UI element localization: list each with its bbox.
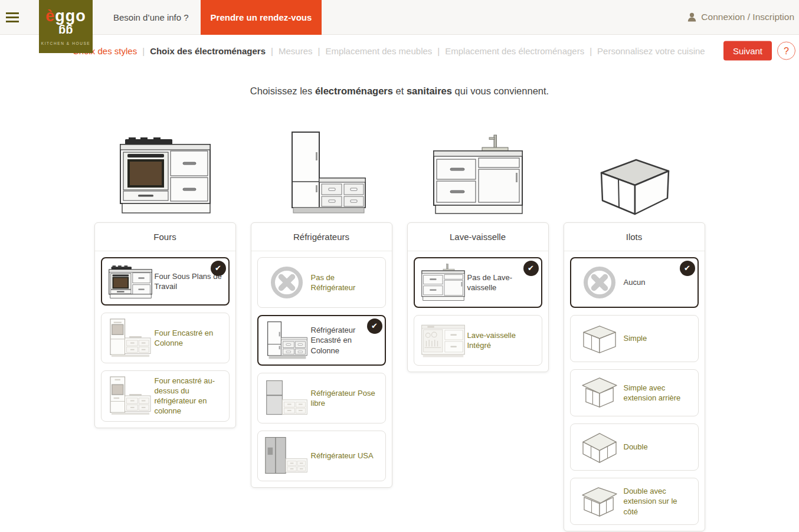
logo-tagline: KITCHEN & HOUSE [41, 41, 91, 45]
ilots-title: Ilots [564, 223, 705, 251]
option-ilot-double[interactable]: Double [570, 423, 699, 471]
oven-column-thumbnail [106, 318, 155, 358]
option-pas-de-refrigerateur[interactable]: Pas de Réfrigérateur [257, 257, 386, 308]
breadcrumb-step-customize[interactable]: Personnalisez votre cuisine [597, 46, 705, 56]
option-label: Pas de Lave-vaisselle [467, 272, 538, 293]
person-icon [687, 12, 696, 22]
selected-check-icon: ✔ [211, 261, 226, 276]
fridge-illustration [251, 129, 392, 222]
breadcrumb-step-furniture-placement[interactable]: Emplacement des meubles [325, 46, 432, 56]
option-lave-vaisselle-integre[interactable]: Lave-vaisselle Intégré [414, 315, 542, 366]
option-pas-de-lave-vaisselle[interactable]: Pas de Lave-vaisselle ✔ [414, 257, 542, 308]
intro-part: Choisissez les [250, 86, 315, 96]
logo-brand-text: èggo [45, 8, 86, 24]
next-button[interactable]: Suivant [723, 41, 772, 61]
breadcrumb-step-appliances[interactable]: Choix des électroménagers [150, 46, 266, 56]
oven-under-counter-thumbnail [106, 262, 155, 300]
intro-part: qui vous conviennent. [452, 86, 549, 96]
option-label: Pas de Réfrigérateur [311, 272, 382, 293]
help-button[interactable]: ? [777, 42, 795, 60]
account-link[interactable]: Connexion / Inscription [687, 12, 794, 22]
lave-vaisselle-card: Lave-vaisselle [407, 222, 549, 372]
fours-options: Four Sous Plans de Travail ✔ [95, 251, 235, 428]
selected-check-icon: ✔ [680, 261, 695, 276]
option-four-sous-plans[interactable]: Four Sous Plans de Travail ✔ [101, 257, 230, 306]
option-four-encastre-colonne[interactable]: Four Encastré en Colonne [101, 313, 230, 363]
option-label: Réfrigérateur USA [311, 451, 382, 461]
ilots-card: Ilots Aucun ✔ [564, 222, 705, 531]
option-label: Lave-vaisselle Intégré [467, 330, 538, 350]
island-simple-thumbnail [575, 322, 624, 355]
fridge-freestanding-thumbnail [263, 378, 311, 418]
sink-cabinet-thumbnail [419, 262, 467, 303]
integrated-dishwasher-thumbnail [419, 320, 467, 360]
breadcrumb-separator: | [271, 46, 273, 56]
option-refrigerateur-usa[interactable]: Réfrigérateur USA [257, 431, 386, 481]
refrigerateurs-title: Réfrigérateurs [251, 223, 392, 251]
fridge-usa-thumbnail [263, 436, 311, 476]
option-label: Simple avec extension arrière [624, 383, 695, 403]
top-bar: èggo gg KITCHEN & HOUSE Besoin d’une inf… [0, 0, 799, 35]
breadcrumb-separator: | [317, 46, 320, 56]
fours-card: Fours [94, 222, 236, 428]
fours-title: Fours [95, 223, 235, 251]
intro-bold-sanitary: sanitaires [407, 86, 452, 96]
option-label: Aucun [624, 277, 695, 287]
breadcrumb-step-appliance-placement[interactable]: Emplacement des électroménagers [445, 46, 584, 56]
ilots-options: Aucun ✔ Simple [564, 251, 705, 531]
intro-part: et [393, 86, 407, 96]
option-ilot-double-extension-cote[interactable]: Double avec extension sur le côté [570, 478, 699, 525]
option-label: Simple [624, 333, 695, 343]
island-extension-back-thumbnail [575, 376, 624, 409]
column-fours: Fours [94, 129, 236, 428]
breadcrumb-step-measures[interactable]: Mesures [279, 46, 313, 56]
appointment-button[interactable]: Prendre un rendez-vous [201, 0, 322, 35]
option-refrigerateur-pose-libre[interactable]: Réfrigérateur Pose libre [257, 373, 386, 423]
refrigerateurs-card: Réfrigérateurs Pas de Réfrigérateur [251, 222, 392, 488]
breadcrumb: Choix des styles | Choix des électroména… [0, 35, 799, 67]
selected-check-icon: ✔ [523, 261, 539, 276]
option-label: Double avec extension sur le côté [624, 486, 695, 516]
option-aucun-ilot[interactable]: Aucun ✔ [570, 257, 699, 308]
kitchen-configurator-page: èggo gg KITCHEN & HOUSE Besoin d’une inf… [0, 0, 799, 532]
info-link[interactable]: Besoin d’une info ? [113, 12, 189, 22]
logo-mirrored-gg: gg [58, 25, 73, 37]
breadcrumb-separator: | [142, 46, 145, 56]
none-icon [575, 266, 624, 299]
island-double-thumbnail [575, 431, 624, 464]
option-ilot-simple[interactable]: Simple [570, 315, 699, 362]
dishwasher-illustration [407, 129, 549, 222]
brand-logo[interactable]: èggo gg KITCHEN & HOUSE [39, 0, 93, 53]
option-label: Four encastré au-dessus du réfrigérateur… [155, 376, 225, 416]
refrigerateurs-options: Pas de Réfrigérateur [251, 251, 392, 487]
column-lave-vaisselle: Lave-vaisselle [407, 129, 549, 372]
intro-bold-appliances: électroménagers [315, 86, 393, 96]
hamburger-menu-icon[interactable] [6, 10, 19, 25]
column-refrigerateurs: Réfrigérateurs Pas de Réfrigérateur [251, 129, 392, 488]
logo-brand-rest: ggo [55, 7, 86, 25]
option-four-au-dessus-refrigerateur[interactable]: Four encastré au-dessus du réfrigérateur… [101, 370, 230, 422]
option-refrigerateur-encastre-colonne[interactable]: Réfrigérateur Encastré en Colonne ✔ [257, 315, 386, 366]
intro-sentence: Choisissez les électroménagers et sanita… [0, 86, 799, 97]
lave-vaisselle-title: Lave-vaisselle [408, 223, 548, 251]
option-label: Réfrigérateur Pose libre [311, 388, 382, 408]
island-illustration [564, 129, 705, 222]
breadcrumb-separator: | [590, 46, 592, 56]
lave-vaisselle-options: Pas de Lave-vaisselle ✔ [408, 251, 548, 372]
fridge-column-thumbnail [263, 320, 311, 360]
oven-illustration [94, 129, 236, 222]
option-label: Double [624, 442, 695, 452]
column-ilots: Ilots Aucun ✔ [564, 129, 705, 531]
selected-check-icon: ✔ [367, 318, 382, 334]
option-label: Four Encastré en Colonne [155, 328, 225, 348]
category-columns: Fours [0, 129, 799, 531]
none-icon [263, 266, 311, 299]
oven-above-fridge-thumbnail [106, 376, 155, 416]
breadcrumb-separator: | [437, 46, 440, 56]
account-label: Connexion / Inscription [701, 12, 794, 22]
option-ilot-simple-extension-arriere[interactable]: Simple avec extension arrière [570, 369, 699, 416]
island-double-extension-side-thumbnail [575, 485, 624, 518]
